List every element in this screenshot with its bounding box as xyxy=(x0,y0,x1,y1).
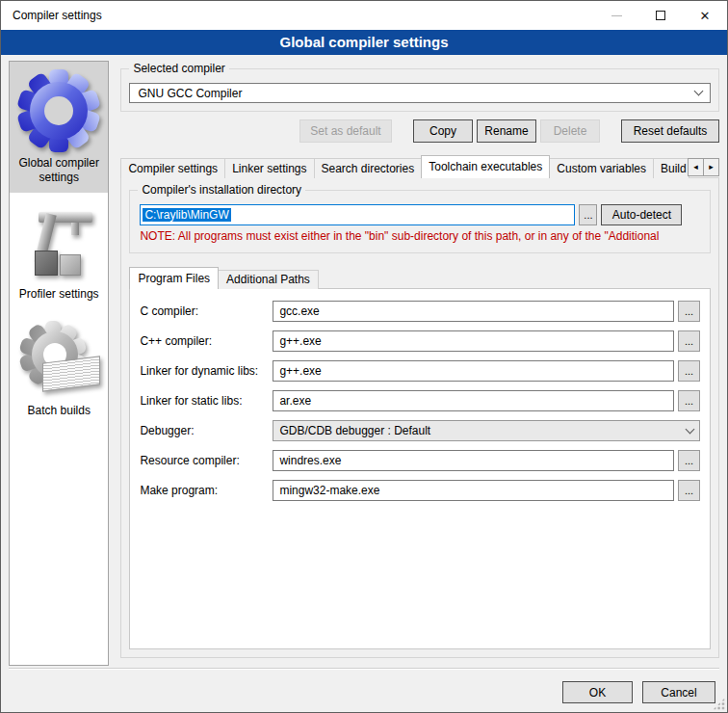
install-dir-input[interactable]: C:\raylib\MinGW xyxy=(140,204,575,225)
sidebar-item-batch-builds[interactable]: Batch builds xyxy=(10,309,108,426)
tab-toolchain-executables[interactable]: Toolchain executables xyxy=(421,155,550,178)
maximize-button[interactable] xyxy=(638,1,683,30)
make-program-input[interactable] xyxy=(273,480,674,501)
maximize-icon xyxy=(656,11,665,20)
settings-tabs: Compiler settings Linker settings Search… xyxy=(120,155,719,178)
chevron-down-icon xyxy=(694,87,704,96)
tab-search-directories[interactable]: Search directories xyxy=(314,158,423,178)
c-compiler-input[interactable] xyxy=(273,301,674,322)
toolchain-executables-page: Compiler's installation directory C:\ray… xyxy=(120,177,719,658)
installation-directory-legend: Compiler's installation directory xyxy=(138,183,305,197)
sidebar-item-label: Batch builds xyxy=(28,404,91,418)
tab-build-options[interactable]: Build xyxy=(653,158,689,178)
linker-dynamic-browse-button[interactable]: ... xyxy=(678,360,700,382)
installation-directory-row: C:\raylib\MinGW ... Auto-detect xyxy=(140,204,700,225)
cpp-compiler-row: C++ compiler: ... xyxy=(140,330,700,352)
cpp-compiler-browse-button[interactable]: ... xyxy=(678,330,700,352)
linker-static-browse-button[interactable]: ... xyxy=(678,390,700,411)
field-label: Debugger: xyxy=(140,424,273,437)
tab-scroll-buttons: ◂ ▸ xyxy=(689,158,719,176)
resource-compiler-row: Resource compiler: ... xyxy=(140,450,700,471)
tab-scroll-right-button[interactable]: ▸ xyxy=(703,158,719,176)
arrow-right-icon: ▸ xyxy=(709,162,714,172)
close-button[interactable]: ✕ xyxy=(683,1,727,30)
rename-button[interactable]: Rename xyxy=(477,119,536,143)
blue-gear-icon xyxy=(17,69,100,152)
cancel-button[interactable]: Cancel xyxy=(642,681,715,703)
window-controls: ✕ xyxy=(594,1,727,30)
ok-button[interactable]: OK xyxy=(562,681,633,703)
tab-additional-paths[interactable]: Additional Paths xyxy=(218,270,319,289)
bin-subdirectory-note: NOTE: All programs must exist either in … xyxy=(140,229,700,243)
field-label: C compiler: xyxy=(140,304,273,318)
copy-button[interactable]: Copy xyxy=(413,119,473,143)
field-label: Linker for static libs: xyxy=(140,394,273,408)
install-dir-selected-text: C:\raylib\MinGW xyxy=(143,208,230,222)
program-files-tabs: Program Files Additional Paths xyxy=(129,267,711,289)
sidebar: Global compiler settings Profiler settin… xyxy=(9,61,109,666)
tab-program-files[interactable]: Program Files xyxy=(129,267,219,289)
dialog-header-title: Global compiler settings xyxy=(1,30,727,55)
auto-detect-button[interactable]: Auto-detect xyxy=(601,204,682,225)
linker-static-input[interactable] xyxy=(273,390,674,411)
caliper-icon xyxy=(17,200,100,283)
tab-custom-variables[interactable]: Custom variables xyxy=(549,158,654,178)
delete-button: Delete xyxy=(540,119,600,143)
close-icon: ✕ xyxy=(700,10,711,22)
compiler-settings-dialog: Compiler settings ✕ Global compiler sett… xyxy=(0,0,728,713)
set-as-default-button: Set as default xyxy=(299,119,392,143)
selected-compiler-group: Selected compiler GNU GCC Compiler xyxy=(120,68,719,112)
linker-dynamic-input[interactable] xyxy=(273,360,674,382)
titlebar[interactable]: Compiler settings ✕ xyxy=(1,1,727,30)
linker-dynamic-row: Linker for dynamic libs: ... xyxy=(140,360,700,382)
window-title: Compiler settings xyxy=(1,9,102,22)
make-program-browse-button[interactable]: ... xyxy=(678,480,700,501)
footer-separator xyxy=(9,668,719,670)
cpp-compiler-input[interactable] xyxy=(273,330,674,352)
resource-compiler-input[interactable] xyxy=(273,450,674,471)
resource-compiler-browse-button[interactable]: ... xyxy=(678,450,700,471)
debugger-select[interactable]: GDB/CDB debugger : Default xyxy=(273,420,700,441)
arrow-left-icon: ◂ xyxy=(693,162,698,172)
installation-directory-group: Compiler's installation directory C:\ray… xyxy=(129,190,711,253)
sidebar-item-label: Global compiler settings xyxy=(13,156,104,185)
sidebar-item-profiler-settings[interactable]: Profiler settings xyxy=(10,193,108,309)
field-label: Make program: xyxy=(140,484,273,497)
program-files-panel: C compiler: ... C++ compiler: ... Linker… xyxy=(129,288,711,649)
reset-defaults-button[interactable]: Reset defaults xyxy=(621,119,719,143)
main-panel: Selected compiler GNU GCC Compiler Set a… xyxy=(120,61,719,668)
sidebar-item-global-compiler-settings[interactable]: Global compiler settings xyxy=(10,62,108,193)
debugger-select-value: GDB/CDB debugger : Default xyxy=(279,424,430,437)
tab-compiler-settings[interactable]: Compiler settings xyxy=(120,158,225,178)
c-compiler-row: C compiler: ... xyxy=(140,301,700,322)
footer-buttons: OK Cancel xyxy=(562,681,715,703)
minimize-button[interactable] xyxy=(594,1,638,30)
chevron-down-icon xyxy=(686,424,695,434)
make-program-row: Make program: ... xyxy=(140,480,700,501)
minimize-icon xyxy=(611,15,622,16)
selected-compiler-legend: Selected compiler xyxy=(129,62,228,75)
compiler-select-value: GNU GCC Compiler xyxy=(138,87,242,100)
dialog-content: Global compiler settings Profiler settin… xyxy=(1,55,727,668)
tab-linker-settings[interactable]: Linker settings xyxy=(224,158,314,178)
linker-static-row: Linker for static libs: ... xyxy=(140,390,700,411)
install-dir-browse-button[interactable]: ... xyxy=(579,204,597,225)
sidebar-item-label: Profiler settings xyxy=(19,287,99,302)
debugger-row: Debugger: GDB/CDB debugger : Default xyxy=(140,420,700,441)
field-label: Resource compiler: xyxy=(140,454,273,467)
c-compiler-browse-button[interactable]: ... xyxy=(678,301,700,322)
compiler-select[interactable]: GNU GCC Compiler xyxy=(129,83,711,103)
field-label: C++ compiler: xyxy=(140,334,273,348)
compiler-actions: Set as default Copy Rename Delete Reset … xyxy=(120,119,719,143)
tab-scroll-left-button[interactable]: ◂ xyxy=(688,158,704,176)
field-label: Linker for dynamic libs: xyxy=(140,364,273,378)
gear-stack-icon xyxy=(17,317,100,400)
